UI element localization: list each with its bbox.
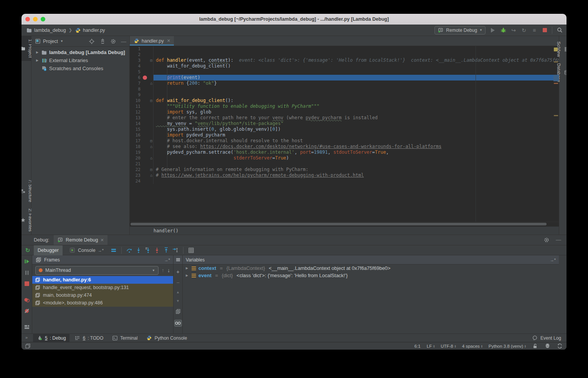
stop-button[interactable] [24,281,30,287]
gutter-icon-zone[interactable] [140,132,153,138]
gutter-icon-zone[interactable] [140,178,153,184]
editor-gutter[interactable]: 15 [130,127,154,132]
fold-end-icon[interactable]: ⌂ [150,144,152,149]
editor-gutter[interactable]: 4 [130,63,154,69]
editor-gutter[interactable]: 10⊟ [130,98,154,104]
editor-gutter[interactable]: 21 [130,161,154,167]
interpreter-select[interactable]: Python 3.8 (venv)▴▾ [489,344,526,348]
force-step-into-button[interactable] [145,247,151,253]
code-line[interactable]: 7⌂ return {200: "ok"} [130,81,559,86]
fold-end-icon[interactable]: ⌂ [150,81,152,86]
rerun-button[interactable]: ↻ [25,247,31,253]
code-line[interactable]: 12 import sys, glob [130,109,559,115]
fold-open-icon[interactable]: ⊟ [150,58,152,63]
search-everywhere-icon[interactable] [557,27,563,33]
breadcrumb-project[interactable]: lambda_debug [34,28,66,33]
restore-layout-button[interactable] [24,324,30,330]
sidebar-item-7-structure[interactable]: 7: Structure [21,176,33,205]
gutter-icon-zone[interactable]: ⊟ [140,58,153,63]
run-configuration-select[interactable]: Remote Debug ▼ [434,26,486,35]
editor-tab-handler[interactable]: handler.py ✕ [130,36,174,46]
pin-icon[interactable]: →* [550,258,556,262]
view-breakpoints-button[interactable] [24,297,30,303]
code-line[interactable]: 19 pydevd_pycharm.settrace('host.docker.… [130,150,559,155]
fold-end-icon[interactable]: ⌂ [150,156,152,161]
expand-arrow-icon[interactable]: ▶ [35,59,39,62]
frame-row[interactable]: <module>, bootstrap.py:486 [32,299,173,307]
profiler-button[interactable]: ≡ [531,27,537,33]
gutter-icon-zone[interactable] [140,92,153,98]
breakpoint-icon[interactable] [143,76,147,80]
gear-icon[interactable] [110,38,116,44]
fold-open-icon[interactable]: ⊟ [150,98,152,103]
pause-button[interactable] [24,270,30,276]
tree-item-external[interactable]: ▶External Libraries [31,56,129,64]
step-into-button[interactable] [135,247,142,253]
gutter-icon-zone[interactable] [140,52,153,58]
gutter-icon-zone[interactable]: ⊟ [140,138,153,144]
gutter-icon-zone[interactable]: ⊟ [140,98,153,104]
lock-icon[interactable] [532,343,538,349]
gutter-icon-zone[interactable] [140,161,153,167]
code-line[interactable]: 17⊟ # host.docker.internal should resolv… [130,138,559,144]
scrollbar-thumb[interactable] [130,223,547,225]
code-line[interactable]: 5 [130,69,559,75]
encoding-select[interactable]: UTF-8▴▾ [441,344,456,348]
code-line[interactable]: 3⊟def handler(event, context): event: <c… [130,58,559,63]
tree-item-scratches[interactable]: Scratches and Consoles [31,64,129,72]
warning-mark[interactable] [554,115,558,116]
gutter-icon-zone[interactable] [140,150,153,155]
code-line[interactable]: 10⊟def wait_for_debug_client(): [130,98,559,104]
stop-button[interactable] [542,27,548,33]
horizontal-scrollbar[interactable] [130,222,559,226]
event-log-button[interactable]: Event Log [532,335,561,341]
editor-gutter[interactable]: 1 [130,46,154,52]
gutter-icon-zone[interactable]: ⌂ [140,173,153,178]
close-icon[interactable]: ✕ [167,38,170,43]
gutter-icon-zone[interactable] [140,127,153,132]
warning-mark[interactable] [554,61,558,62]
gutter-icon-zone[interactable] [140,104,153,109]
editor-gutter[interactable]: 20⌂ [130,155,154,161]
fold-end-icon[interactable]: ⌂ [150,173,152,178]
editor-gutter[interactable]: 11 [130,104,154,109]
editor-gutter[interactable]: 22⊟ [130,167,154,173]
code-line[interactable]: 21 [130,161,559,167]
fold-open-icon[interactable]: ⊟ [150,167,152,172]
editor-gutter[interactable]: 13 [130,115,154,121]
code-line[interactable]: 20⌂ stderrToServer=True) [130,155,559,161]
editor-gutter[interactable]: 8 [130,86,154,92]
editor-gutter[interactable]: 6 [130,75,154,81]
expand-arrow-icon[interactable]: ▶ [186,266,189,270]
editor-gutter[interactable]: 17⊟ [130,138,154,144]
gutter-icon-zone[interactable]: ⌂ [140,144,153,150]
step-into-my-code-button[interactable] [154,247,160,253]
code-line[interactable]: 1 [130,46,559,52]
locate-file-icon[interactable] [89,38,95,44]
gutter-icon-zone[interactable] [140,109,153,115]
debug-session-tab[interactable]: Remote Debug ✕ [54,235,107,245]
warning-mark[interactable] [554,83,558,84]
caret-position[interactable]: 6:1 [415,344,421,348]
toolwindow-button-6-todo[interactable]: 6: TODO [71,334,107,342]
gutter-icon-zone[interactable]: ⊟ [140,167,153,173]
add-watch-button[interactable]: + [176,269,179,274]
hide-panel-icon[interactable]: — [556,237,561,243]
inspections-hector-icon[interactable] [544,343,550,349]
tab-debugger[interactable]: Debugger [34,245,63,255]
gutter-icon-zone[interactable] [140,121,153,127]
frame-row[interactable]: handle_event_request, bootstrap.py:131 [32,284,173,291]
threads-view-icon[interactable] [111,247,117,253]
code-line[interactable]: 9 [130,92,559,98]
pin-icon[interactable]: →* [164,258,170,262]
expand-arrow-icon[interactable]: ▶ [186,274,189,277]
gutter-icon-zone[interactable]: ⌂ [140,155,153,161]
frame-row[interactable]: handler, handler.py:6 [32,276,173,284]
code-line[interactable]: 23⌂# https://www.jetbrains.com/help/pych… [130,173,559,178]
editor-gutter[interactable]: 23⌂ [130,173,154,178]
view-breakpoints-grid-icon[interactable] [188,247,194,253]
code-line[interactable]: 6 print(event) [130,75,559,81]
sidebar-item-project[interactable]: 1: Project [21,36,33,61]
toolwindow-toggle-icon[interactable] [25,343,31,349]
toolwindow-button-terminal[interactable]: Terminal [108,334,141,342]
